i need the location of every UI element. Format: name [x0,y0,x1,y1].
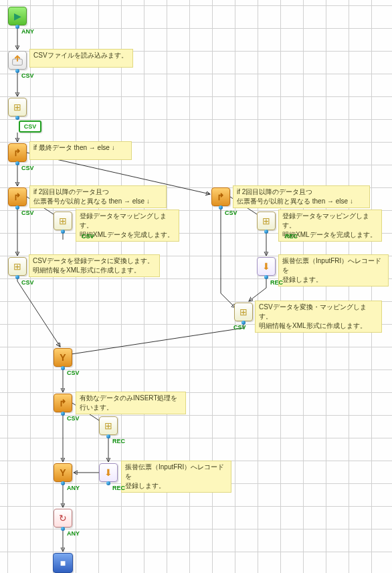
insert-icon [262,261,270,272]
note-if-2nd-b: if 2回目以降のデータ且つ伝票番号が以前と異なる then → else ↓ [233,185,370,208]
svg-line-16 [221,293,235,308]
play-icon [14,11,21,21]
mapper-icon [13,261,21,272]
note-read-csv: CSVファイルを読み込みます。 [29,49,133,68]
port-csv: CSV [21,72,34,79]
read-csv-node[interactable] [8,51,27,70]
port-csv: CSV [225,210,237,216]
branch-valid-insert[interactable] [54,394,72,412]
insert-node-1[interactable] [257,257,276,276]
csv-tag-node[interactable]: CSV [19,120,41,133]
csv-tag-label: CSV [24,123,37,130]
loop-icon [59,513,67,523]
merge-node-2[interactable] [54,463,72,482]
mapper-icon [262,216,270,226]
port-any: ANY [21,28,34,35]
branch-2nd-a[interactable] [8,187,27,206]
note-insert-fri-b: 振替伝票（InputFRI）へレコードを登録します。 [278,254,389,286]
branch-last-data[interactable] [8,143,27,162]
port-csv: CSV [233,324,246,331]
insert-icon [104,467,112,478]
port-rec: REC [112,438,125,444]
mapper-icon [13,102,21,112]
port-csv: CSV [67,415,80,422]
port-csv: CSV [21,165,34,171]
note-conv-reg-a: CSVデータを登録データに変換します。明細情報をXML形式に作成します。 [29,254,160,277]
loopback-node[interactable] [54,509,72,527]
branch-icon [13,147,21,158]
start-node[interactable] [8,7,27,25]
map-node-4[interactable] [257,212,276,230]
mapper-icon [239,307,248,317]
mapper-icon [59,216,67,226]
port-csv: CSV [21,210,34,216]
port-csv: CSV [67,370,80,376]
merge-icon [60,467,66,478]
branch-icon [13,191,21,202]
note-map-reg-a: 登録データをマッピングします。明細XMLデータを完成します。 [76,210,179,242]
mapper-icon [104,420,112,431]
map-node-3[interactable] [8,257,27,276]
port-csv: CSV [21,279,34,286]
note-if-last: if 最終データ then → else ↓ [29,141,132,160]
insert-node-2[interactable] [99,463,118,482]
merge-icon [60,352,66,363]
svg-line-15 [249,288,266,301]
port-any: ANY [67,485,80,491]
merge-node-1[interactable] [54,348,72,367]
port-any: ANY [67,530,80,537]
branch-2nd-b[interactable] [211,187,230,206]
map-node-2[interactable] [54,212,72,230]
end-icon [60,558,66,568]
svg-line-10 [17,281,60,347]
note-conv-map-b: CSVデータを変換・マッピングします。明細情報をXML形式に作成します。 [255,301,382,333]
end-node[interactable] [53,553,73,573]
file-upload-icon [10,53,25,68]
note-if-2nd-a: if 2回目以降のデータ且つ伝票番号が以前と異なる then → else ↓ [29,185,167,208]
note-map-reg-b: 登録データをマッピングします。明細XMLデータを完成します。 [278,210,382,242]
branch-icon [217,191,225,202]
map-node-5[interactable] [234,303,253,321]
map-node-1[interactable] [8,98,27,116]
map-node-6[interactable] [99,416,118,435]
svg-line-18 [67,328,243,355]
branch-icon [59,398,67,408]
note-valid-insert: 有効なデータのみINSERT処理を行います。 [76,392,186,414]
note-insert-fri-c: 振替伝票（InputFRI）へレコードを登録します。 [121,461,231,493]
